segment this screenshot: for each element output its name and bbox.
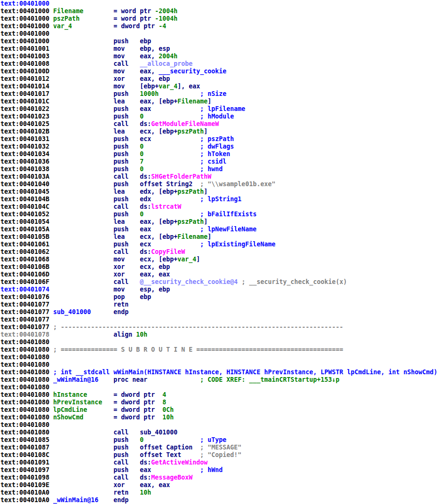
disassembly-line[interactable]: text:00401080 hPrevInstance = dword ptr … bbox=[0, 399, 438, 406]
symbol-name[interactable]: sub_401000 bbox=[140, 429, 177, 436]
variable-name[interactable]: pszPath bbox=[177, 128, 204, 135]
address-label[interactable]: text:00401080 bbox=[0, 391, 49, 398]
address-label[interactable]: text:00401061 bbox=[0, 241, 49, 248]
address-label[interactable]: text:00401077 bbox=[0, 301, 49, 308]
library-function-name[interactable]: __alloca_probe bbox=[140, 60, 192, 67]
address-label[interactable]: text:00401023 bbox=[0, 113, 49, 120]
address-label[interactable]: text:00401080 bbox=[0, 369, 49, 376]
import-function-name[interactable]: SHGetFolderPathW bbox=[151, 173, 211, 180]
disassembly-line[interactable]: text:0040101C lea eax, [ebp+Filename] bbox=[0, 98, 438, 105]
library-function-name[interactable]: @__security_check_cookie@4 bbox=[140, 278, 238, 285]
disassembly-line[interactable]: text:00401003 mov eax, 2004h bbox=[0, 53, 438, 60]
disassembly-line[interactable]: text:0040104B push edx ; lpString1 bbox=[0, 196, 438, 203]
disassembly-line[interactable]: text:00401080 bbox=[0, 354, 438, 361]
disassembly-line[interactable]: text:00401061 push ecx ; lpExistingFileN… bbox=[0, 241, 438, 248]
address-label[interactable]: text:00401000 bbox=[0, 8, 49, 15]
disassembly-line[interactable]: text:00401080 ; =============== S U B R … bbox=[0, 346, 438, 354]
disassembly-line[interactable]: text:00401085 push 0 ; uType bbox=[0, 436, 438, 444]
address-label[interactable]: text:00401080 bbox=[0, 399, 49, 406]
address-label[interactable]: text:00401032 bbox=[0, 143, 49, 150]
address-label[interactable]: text:00401080 bbox=[0, 376, 49, 383]
disassembly-line[interactable]: text:0040104C call ds:lstrcatW bbox=[0, 203, 438, 211]
import-function-name[interactable]: MessageBoxW bbox=[151, 474, 192, 481]
symbol-name[interactable]: _wWinMain@16 bbox=[53, 496, 98, 504]
disassembly-line[interactable]: text:00401080 bbox=[0, 421, 438, 429]
address-label[interactable]: text:00401068 bbox=[0, 256, 49, 263]
address-label[interactable]: text:0040106F bbox=[0, 278, 49, 285]
address-label[interactable]: text:00401080 bbox=[0, 339, 49, 346]
public-name[interactable]: ___security_cookie bbox=[159, 68, 226, 75]
address-label[interactable]: text:00401097 bbox=[0, 466, 49, 473]
disassembly-line[interactable]: text:00401077 retn bbox=[0, 301, 438, 308]
disassembly-line[interactable]: text:00401001 mov ebp, esp bbox=[0, 45, 438, 53]
disassembly-line[interactable]: text:0040105B lea ecx, [ebp+Filename] bbox=[0, 233, 438, 241]
symbol-name[interactable]: sub_401000 bbox=[53, 308, 91, 315]
disassembly-line[interactable]: text:00401080 bbox=[0, 361, 438, 369]
import-function-name[interactable]: lstrcatW bbox=[151, 203, 181, 210]
variable-name[interactable]: Filename bbox=[177, 233, 207, 240]
address-label[interactable]: text:00401054 bbox=[0, 218, 49, 225]
address-label[interactable]: text:00401091 bbox=[0, 459, 49, 466]
disassembly-line[interactable]: text:00401080 nShowCmd = dword ptr 10h bbox=[0, 414, 438, 421]
disassembly-line[interactable]: text:00401068 mov ecx, [ebp+var_4] bbox=[0, 256, 438, 263]
address-label[interactable]: text:00401000 bbox=[0, 15, 49, 22]
address-label[interactable]: text:00401000 bbox=[0, 23, 49, 30]
address-label[interactable]: text:00401022 bbox=[0, 105, 49, 112]
address-label[interactable]: text:00401080 bbox=[0, 361, 49, 368]
disassembly-line[interactable]: text:0040100D mov eax, ___security_cooki… bbox=[0, 68, 438, 75]
disassembly-line[interactable]: text:00401008 call __alloca_probe bbox=[0, 60, 438, 68]
address-label[interactable]: text:00401003 bbox=[0, 53, 49, 60]
address-label[interactable]: text:0040104B bbox=[0, 196, 49, 203]
variable-name[interactable]: pszPath bbox=[177, 218, 204, 225]
disassembly-line[interactable]: text:00401040 push offset String2 ; "\\w… bbox=[0, 181, 438, 188]
address-label[interactable]: text:00401014 bbox=[0, 83, 49, 90]
address-label[interactable]: text:00401040 bbox=[0, 181, 49, 188]
import-function-name[interactable]: GetModuleFileNameW bbox=[151, 120, 219, 127]
import-function-name[interactable]: CopyFileW bbox=[151, 248, 185, 255]
variable-name[interactable]: hPrevInstance bbox=[53, 399, 102, 406]
disassembly-line[interactable]: text:00401012 xor eax, ebp bbox=[0, 75, 438, 83]
address-label[interactable]: text:00401098 bbox=[0, 474, 49, 481]
address-label[interactable]: text:004010A0 bbox=[0, 489, 49, 496]
address-label[interactable]: text:00401080 bbox=[0, 414, 49, 421]
address-label[interactable]: text:00401080 bbox=[0, 384, 49, 391]
disassembly-line[interactable]: text:0040109E xor eax, eax bbox=[0, 481, 438, 489]
symbol-name[interactable]: Text bbox=[166, 451, 181, 458]
disassembly-line[interactable]: text:0040103A call ds:SHGetFolderPathW bbox=[0, 173, 438, 181]
disassembly-line[interactable]: text:00401000 push ebp bbox=[0, 38, 438, 45]
address-label[interactable]: text:00401080 bbox=[0, 406, 49, 413]
variable-name[interactable]: lpCmdLine bbox=[53, 406, 87, 413]
disassembly-line[interactable]: text:00401062 call ds:CopyFileW bbox=[0, 248, 438, 256]
variable-name[interactable]: Filename bbox=[53, 8, 83, 15]
disassembly-line[interactable]: text:00401017 push 1000h ; nSize bbox=[0, 90, 438, 98]
import-function-name[interactable]: GetActiveWindow bbox=[151, 459, 207, 466]
address-label[interactable]: text:00401045 bbox=[0, 188, 49, 195]
address-label[interactable]: text:00401087 bbox=[0, 444, 49, 451]
disassembly-line[interactable]: text:00401078 align 10h bbox=[0, 331, 438, 339]
address-label[interactable]: text:004010A0 bbox=[0, 496, 49, 504]
address-label[interactable]: text:00401080 bbox=[0, 354, 49, 361]
address-label[interactable]: text:00401080 bbox=[0, 421, 49, 428]
address-label[interactable]: text:00401085 bbox=[0, 436, 49, 443]
disassembly-line[interactable]: text:0040106F call @__security_check_coo… bbox=[0, 278, 438, 286]
disassembly-line[interactable]: text:00401080 bbox=[0, 384, 438, 391]
disassembly-line[interactable]: text:004010A0 retn 10h bbox=[0, 489, 438, 496]
disassembly-line[interactable]: text:00401077 sub_401000 endp bbox=[0, 308, 438, 316]
address-label[interactable]: text:00401080 bbox=[0, 429, 49, 436]
disassembly-line[interactable]: text:0040106D xor eax, eax bbox=[0, 271, 438, 278]
address-label[interactable]: text:0040108C bbox=[0, 451, 49, 458]
disassembly-line[interactable]: text:00401032 push 0 ; dwFlags bbox=[0, 143, 438, 150]
variable-name[interactable]: nShowCmd bbox=[53, 414, 83, 421]
disassembly-line[interactable]: text:00401014 mov [ebp+var_4], eax bbox=[0, 83, 438, 90]
address-label[interactable]: text:00401034 bbox=[0, 150, 49, 158]
disassembly-line[interactable]: text:00401080 call sub_401000 bbox=[0, 429, 438, 436]
address-label[interactable]: text:00401017 bbox=[0, 90, 49, 97]
disassembly-line[interactable]: text:004010A0 _wWinMain@16 endp bbox=[0, 496, 438, 504]
variable-name[interactable]: pszPath bbox=[53, 15, 80, 22]
disassembly-line[interactable]: text:00401087 push offset Caption ; "MES… bbox=[0, 444, 438, 451]
disassembly-line[interactable]: text:00401052 push 0 ; bFailIfExists bbox=[0, 211, 438, 218]
disassembly-line[interactable]: text:00401080 hInstance = dword ptr 4 bbox=[0, 391, 438, 399]
disassembly-line[interactable]: text:00401077 ; ------------------------… bbox=[0, 323, 438, 331]
disassembly-line[interactable]: text:00401000 pszPath = word ptr -1004h bbox=[0, 15, 438, 23]
address-label[interactable]: text:00401008 bbox=[0, 60, 49, 67]
